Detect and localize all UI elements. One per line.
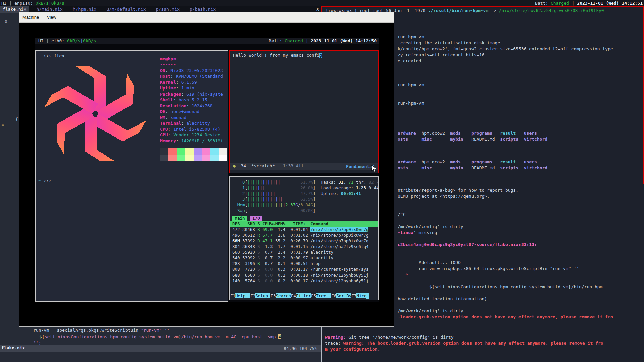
text-line: OS: NixOS 23.05.20231023 [160, 68, 223, 73]
tab-u/m/default.nix[interactable]: u/m/default.nix [104, 6, 148, 13]
text-line: Memory: 1420MiB / 3931Mi [160, 138, 223, 144]
text-segment: Resolution [160, 103, 186, 108]
text-segment: Shell [160, 97, 173, 102]
text-segment: Mem [232, 202, 245, 207]
text-segment: F1 [230, 293, 235, 298]
text-segment: 37892 [240, 238, 258, 243]
host-status-bar: HI | enp1s0: 0kB/s|0kB/sBatt: Charged | … [0, 0, 644, 6]
color-swatch [202, 155, 210, 161]
text-line: 0[||||||||||||| 51.7%] Tasks: 31, 71 thr… [232, 180, 379, 185]
text-segment: | [44, 38, 51, 43]
color-swatch [210, 148, 219, 155]
vm-emacs-pane[interactable]: Hello World!! from my emacs config● 34 *… [229, 50, 379, 173]
text-segment: 0:00.18 [285, 273, 310, 278]
terminal-color-palette-row [160, 155, 227, 161]
qemu-menu-bar: Machine View [19, 12, 394, 23]
text-segment: bash 5.2.15 [179, 97, 207, 102]
text-segment: | [49, 1, 51, 6]
text-line: Resolution: 1024x768 [160, 103, 213, 109]
text-segment: alacritty [186, 121, 210, 126]
text-segment: virtchord [524, 165, 547, 170]
text-segment: misc [421, 137, 432, 142]
tab-p/bash.nix[interactable]: p/bash.nix [187, 6, 218, 13]
text-line: #default... TODO [398, 260, 461, 265]
text-segment: /nix/store/ha2fv9kc6lq4 [310, 244, 368, 249]
text-segment [492, 131, 500, 136]
text-segment: Memory [160, 138, 176, 143]
text-segment: |||||| [247, 197, 262, 202]
text-segment: 0.2 [273, 273, 285, 278]
text-segment: 0kB/s [36, 1, 49, 6]
text-line: e created. [398, 58, 424, 64]
text-segment: 1024x768 [192, 103, 213, 108]
text-segment: 1.3 [260, 244, 273, 249]
text-segment: .loader.grub.version option does not hav… [398, 314, 613, 319]
text-line: Host: KVM/QEMU (Standard [160, 74, 223, 79]
text-segment: Uptime [160, 85, 176, 90]
text-segment: 71 [348, 180, 353, 185]
text-line: ntribute/report-a-bug> for how to report… [398, 188, 518, 193]
mouse-cursor-icon [371, 165, 377, 172]
text-segment: : [186, 103, 192, 108]
text-segment: ] [313, 208, 316, 213]
text-line: ''; [33, 340, 41, 346]
vm-display[interactable]: HI | eth0: 0kB/s|0kB/sBatt: Charged | 20… [35, 38, 379, 302]
text-segment: -linux [398, 230, 413, 235]
text-segment: Charged [551, 1, 569, 6]
text-line: HI | enp1s0: 0kB/s|0kB/s [1, 1, 64, 6]
text-segment: R [257, 261, 260, 266]
color-swatch [160, 155, 168, 161]
text-line: 540 53992 S 0.7 2.2 0:00.97 alacritty [232, 255, 333, 261]
text-segment: 1420MiB / 3931Mi [181, 138, 223, 143]
text-line: -linux' missing [398, 230, 437, 235]
tab-close-button[interactable]: X [316, 7, 319, 12]
text-line: run-hpm-vm [398, 82, 424, 88]
text-segment: osts [398, 137, 408, 142]
text-segment: ||||| [247, 191, 260, 196]
text-segment: F6 [331, 293, 336, 298]
vm-terminal-pane[interactable]: ~ ››› flexme@hpm------OS: NixOS 23.05.20… [35, 50, 228, 302]
text-segment: 0:01.04 [285, 227, 310, 232]
text-line: Packages: 619 (nix-syste [160, 92, 223, 97]
text-line: 68M 37892 R 47.1 55.2 0:26.79 /nix/store… [232, 238, 368, 244]
color-swatch [168, 155, 177, 161]
text-segment: | [569, 1, 577, 6]
text-segment: Vendor 1234 Device [173, 132, 220, 137]
menu-machine[interactable]: Machine [19, 12, 42, 20]
color-swatch [168, 148, 177, 155]
text-segment: : [165, 115, 171, 120]
text-segment: 2.37 [285, 202, 295, 207]
tab-h/main.nix[interactable]: h/main.nix [34, 6, 65, 13]
text-segment: README.md [471, 165, 495, 170]
vm-htop-pane[interactable]: 0[||||||||||||| 51.7%] Tasks: 31, 71 thr… [229, 176, 379, 300]
text-segment: |||| [275, 202, 285, 207]
text-segment: I/O [250, 216, 263, 221]
tab-h/hpm.nix[interactable]: h/hpm.nix [70, 6, 99, 13]
text-segment: ./result/bin/run-hpm-vm [428, 8, 488, 13]
text-segment: Charged [285, 38, 303, 43]
text-segment: /bin/run-hpm-vm -m 4G -cpu host -smp [181, 334, 279, 339]
text-segment: 0:00.51 [285, 261, 310, 266]
text-segment: 67.7 [262, 233, 273, 238]
text-segment: 84,96-104 [284, 346, 307, 351]
text-line: Batt: Charged | 2023-11-01 (Wed) 14:12:5… [535, 1, 643, 6]
text-line: RES SHR S CPU%▽MEM% TIME+ Command [230, 221, 378, 227]
text-segment: 0:00.17 [285, 278, 310, 283]
text-segment: 0.0 [260, 267, 273, 272]
text-line: ardware hpm.qcow2 mods programs result u… [398, 131, 537, 136]
text-line [325, 354, 328, 359]
text-segment: 0.2 [273, 278, 285, 283]
desktop: HI | enp1s0: 0kB/s|0kB/sBatt: Charged | … [0, 0, 644, 362]
text-segment: 31 [338, 180, 343, 185]
color-swatch [177, 148, 185, 155]
text-segment: ''; [33, 340, 41, 345]
qemu-window[interactable]: Machine View HI | eth0: 0kB/s|0kB/sBatt:… [19, 12, 394, 327]
tab-p/ssh.nix[interactable]: p/ssh.nix [153, 6, 182, 13]
text-segment [408, 165, 421, 170]
text-line: F1Help F2Setup F3SearchF4FilterF5Tree F6… [230, 293, 369, 299]
text-segment: 4 [278, 334, 281, 339]
text-segment: S [257, 244, 260, 249]
menu-view[interactable]: View [44, 12, 60, 20]
tab-flake.nix[interactable]: flake.nix [0, 6, 29, 13]
text-segment: QEMU project at <https://qemu.org>. [398, 194, 490, 199]
